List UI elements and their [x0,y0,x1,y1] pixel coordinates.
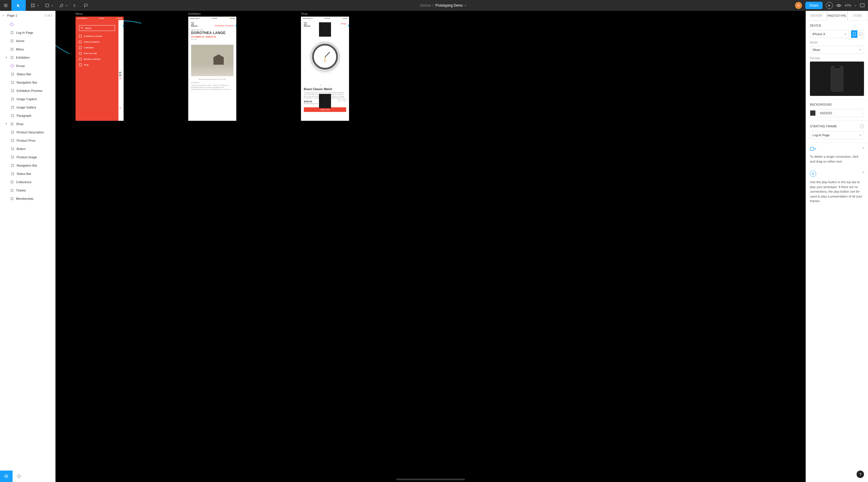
background-swatch[interactable] [810,110,816,116]
layer-item[interactable]: Tickets [0,186,55,194]
layer-item[interactable]: ▾Exhibition [0,53,55,62]
move-tool[interactable]: ▼ [11,0,26,11]
model-select[interactable]: Silver▼ [810,46,864,54]
frame-icon [11,106,14,109]
layer-item[interactable]: Product Description [0,128,55,136]
orientation-landscape[interactable] [858,30,864,38]
connection-tip-icon [810,146,864,151]
layer-item[interactable]: Paragraph [0,111,55,120]
layer-name: Image Caption [17,97,37,101]
breadcrumb-parent[interactable]: Demos [420,3,431,7]
close-icon[interactable]: × [862,146,865,150]
book-icon[interactable] [860,3,865,7]
status-bar: ●●●●● Figma ♥9:42 AM⚡42% ▮ [188,17,236,20]
menu-item: Artists & Artworks [79,41,115,43]
frame-exhibition[interactable]: ●●●●● Figma ♥9:42 AM⚡42% ▮ THE ART MUSEU… [188,17,236,121]
layer-item[interactable]: Home [0,37,55,45]
layer-item[interactable] [0,20,55,28]
chevron-down-icon[interactable]: ▼ [465,5,467,7]
chevron-down-icon: ⌄ [232,82,234,84]
layer-item[interactable]: ▾Shop [0,120,55,128]
frame-shop[interactable]: ●●●●● Figma ♥9:42 AM⚡42% ▮ THE ART MUSEU… [301,17,349,121]
frame-menu[interactable]: ●●●●● Figma ♥9:42 AM⚡42% ▮ Search Exhibi… [75,17,124,121]
device-select[interactable]: iPhone X▼ [810,30,849,38]
help-button[interactable]: ? [857,471,864,478]
product-price: $160.00 [304,100,318,103]
frame-label-shop[interactable]: Shop [301,12,349,16]
pin-icon: 📍 [119,107,121,109]
layer-item[interactable]: Log-In Page [0,28,55,37]
layer-item[interactable]: Product Image [0,153,55,161]
share-button[interactable]: Share [805,2,823,9]
info-icon[interactable]: i [860,124,864,128]
frame-icon [11,172,14,176]
svg-rect-96 [853,32,856,36]
prototype-node[interactable] [348,25,349,27]
layer-item[interactable]: Collections [0,178,55,186]
frame-icon [11,89,14,92]
nav-title: Shop [341,22,346,27]
user-avatar[interactable]: R [795,2,802,9]
chevron-down-icon[interactable]: ▼ [855,5,857,7]
layer-name: Menu [16,48,24,51]
zoom-level[interactable]: 47% [845,4,851,7]
page-selector[interactable]: ▸Page 1 1 of 2 [0,11,55,20]
tab-design[interactable]: DESIGN [806,11,827,21]
view-settings-icon[interactable] [836,4,841,7]
layer-item[interactable]: Status Bar [0,170,55,178]
layer-item[interactable]: Image Gallery [0,103,55,111]
starting-frame-select[interactable]: Log-In Page▼ [810,131,864,139]
page-name: Page 1 [7,14,17,17]
layer-item[interactable]: Exhibition Preview [0,86,55,95]
section-background: BACKGROUND [810,103,864,106]
horizontal-scrollbar[interactable] [396,479,465,480]
svg-line-95 [83,28,83,29]
layer-item[interactable]: Navigation Bar [0,161,55,170]
layer-item[interactable]: Group [0,62,55,70]
orientation-portrait[interactable] [851,30,858,38]
layers-tab[interactable] [0,471,12,482]
layer-item[interactable]: Button [0,145,55,153]
close-icon[interactable]: × [862,170,865,175]
chevron-right-icon: ▸ [3,14,4,17]
frame-label-exhibition[interactable]: Exhibition [188,12,236,16]
museum-logo: THE ART MUSEUM [304,22,310,27]
prototype-node[interactable] [235,25,236,27]
text-tool[interactable]: T [69,0,80,11]
layer-item[interactable]: Image Caption [0,95,55,103]
layer-name: Collections [16,180,31,184]
canvas[interactable]: Menu ●●●●● Figma ♥9:42 AM⚡42% ▮ Search E… [56,11,806,482]
tab-prototype[interactable]: PROTOTYPE [827,11,847,21]
main-menu-button[interactable] [0,0,11,11]
layer-name: Status Bar [17,172,31,176]
layer-item[interactable]: Status Bar [0,70,55,78]
frame-tool[interactable]: ▼ [26,0,40,11]
svg-rect-91 [18,477,20,479]
breadcrumb-current[interactable]: Prototyping Demo [435,3,463,7]
frame-label-menu[interactable]: Menu [75,12,124,16]
play-button[interactable] [826,2,833,9]
shape-tool[interactable]: ▼ [40,0,54,11]
background-input[interactable]: #323232 [817,109,864,117]
layer-item[interactable]: Menu [0,45,55,53]
layer-name: Navigation Bar [17,164,37,167]
comment-tool[interactable] [80,0,92,11]
layer-name: Exhibition [16,56,30,59]
chevron-down-icon: ▼ [859,134,861,137]
layer-item[interactable]: Product Price [0,136,55,145]
svg-rect-7 [46,4,49,7]
svg-rect-97 [859,33,862,35]
layer-name: Product Price [17,139,35,142]
menu-item: Become a Member [79,58,115,60]
tab-code[interactable]: CODE [847,11,868,21]
layer-item[interactable]: Membership [0,194,55,203]
frame-icon [11,114,14,117]
pen-tool[interactable]: ▼ [54,0,69,11]
components-tab[interactable] [12,471,25,482]
layer-item[interactable]: Navigation Bar [0,78,55,86]
svg-rect-92 [17,475,18,477]
search-field: Search [79,25,115,31]
frame-icon [11,72,14,76]
prototype-node[interactable] [122,25,124,27]
frame-icon [11,139,14,142]
